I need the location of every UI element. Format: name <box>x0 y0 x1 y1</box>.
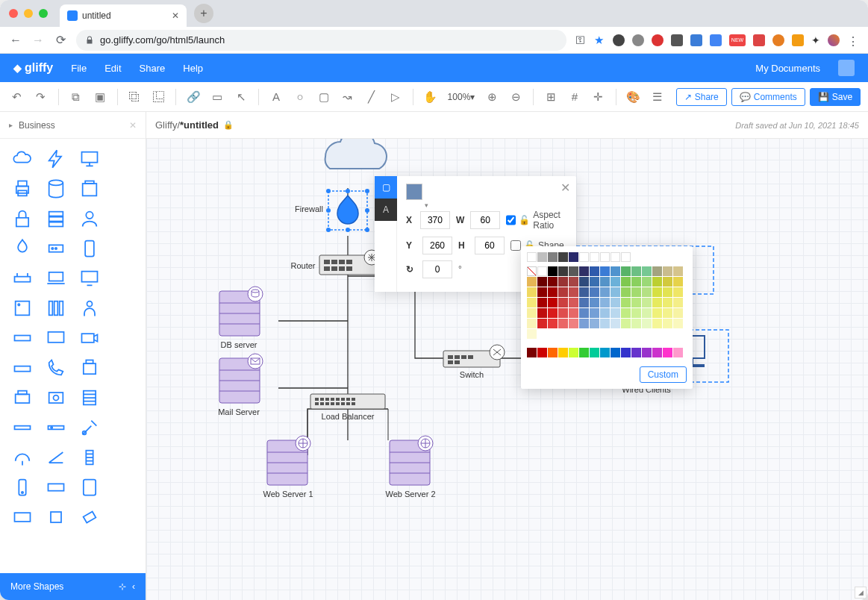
profile-avatar[interactable] <box>828 34 840 46</box>
hdd-shape[interactable] <box>40 384 72 412</box>
lightning-shape[interactable] <box>40 145 72 173</box>
rect-tool[interactable]: ▢ <box>314 87 334 107</box>
database-shape[interactable] <box>40 175 72 203</box>
color-swatch[interactable] <box>652 319 662 328</box>
router-node[interactable]: Router <box>290 250 379 275</box>
color-swatch[interactable] <box>558 298 568 307</box>
color-swatch[interactable] <box>527 329 537 339</box>
web-server-1-node[interactable]: Web Server 1 <box>263 409 313 499</box>
color-swatch[interactable] <box>527 252 537 262</box>
color-swatch[interactable] <box>558 277 568 287</box>
paste-button[interactable]: ▣ <box>90 87 110 107</box>
color-swatch[interactable] <box>611 252 620 262</box>
color-swatch[interactable] <box>673 348 683 357</box>
ext-icon[interactable] <box>753 34 765 46</box>
copy-button[interactable]: ⧉ <box>66 87 86 107</box>
color-swatch[interactable] <box>558 287 568 297</box>
ext-icon[interactable] <box>792 34 804 46</box>
satellite-shape[interactable] <box>74 413 106 442</box>
color-swatch[interactable] <box>537 266 547 276</box>
color-swatch[interactable] <box>663 266 672 276</box>
switch-node[interactable]: Switch <box>443 345 505 379</box>
storage-shape[interactable] <box>6 294 38 322</box>
color-swatch[interactable] <box>579 319 589 328</box>
color-swatch[interactable] <box>621 319 631 328</box>
custom-color-button[interactable]: Custom <box>640 366 687 383</box>
color-swatch[interactable] <box>537 319 547 328</box>
color-swatch[interactable] <box>600 348 610 357</box>
server-shape[interactable] <box>40 204 72 233</box>
x-input[interactable] <box>420 211 450 229</box>
color-swatch[interactable] <box>611 277 620 287</box>
ext-icon[interactable] <box>632 34 644 46</box>
keyboard-shape[interactable] <box>40 473 72 501</box>
back-button[interactable]: ← <box>9 34 22 47</box>
deskphone-shape[interactable] <box>74 354 106 382</box>
snap-grid[interactable]: ⊞ <box>541 87 561 107</box>
cloud-shape[interactable] <box>6 145 38 173</box>
color-swatch[interactable] <box>527 277 537 287</box>
color-swatch[interactable] <box>579 266 589 276</box>
note-button[interactable]: ▭ <box>207 87 227 107</box>
close-icon[interactable]: ✕ <box>129 120 137 131</box>
color-swatch[interactable] <box>548 319 558 328</box>
color-swatch[interactable] <box>631 287 641 297</box>
color-swatch[interactable] <box>663 298 672 307</box>
card-shape[interactable] <box>6 503 38 531</box>
rack-shape[interactable] <box>40 234 72 263</box>
color-swatch[interactable] <box>579 298 589 307</box>
color-swatch[interactable] <box>642 348 652 357</box>
color-swatch[interactable] <box>621 252 631 262</box>
color-swatch[interactable] <box>600 252 610 262</box>
color-swatch[interactable] <box>631 277 641 287</box>
ellipse-tool[interactable]: ○ <box>290 87 310 107</box>
color-swatch[interactable] <box>590 252 599 262</box>
color-swatch[interactable] <box>642 287 652 297</box>
color-swatch[interactable] <box>631 348 641 357</box>
color-swatch[interactable] <box>537 252 547 262</box>
router-shape[interactable] <box>6 264 38 293</box>
color-swatch[interactable] <box>527 308 537 318</box>
person-shape[interactable] <box>74 294 106 322</box>
color-swatch[interactable] <box>631 308 641 318</box>
my-documents-link[interactable]: My Documents <box>755 63 820 74</box>
layers-button[interactable]: ☰ <box>648 87 667 107</box>
color-swatch[interactable] <box>652 266 662 276</box>
dish-shape[interactable] <box>6 443 38 472</box>
redo-button[interactable]: ↷ <box>31 87 51 107</box>
scroll-corner[interactable]: ◢ <box>855 587 867 599</box>
camera-shape[interactable] <box>74 324 106 352</box>
grid-toggle[interactable]: # <box>565 87 584 107</box>
color-swatch[interactable] <box>631 298 641 307</box>
usb-shape[interactable] <box>74 503 106 531</box>
color-swatch[interactable] <box>652 308 662 318</box>
popup-button[interactable]: ↖ <box>231 87 251 107</box>
color-swatch[interactable] <box>600 266 610 276</box>
guides[interactable]: ✛ <box>589 87 608 107</box>
color-swatch[interactable] <box>621 298 631 307</box>
color-swatch[interactable] <box>600 287 610 297</box>
menu-share[interactable]: Share <box>140 63 166 74</box>
printer2-shape[interactable] <box>6 384 38 412</box>
ext-icon[interactable] <box>652 34 664 46</box>
ext-icon[interactable] <box>690 34 702 46</box>
browser-tab[interactable]: untitled ✕ <box>60 4 187 27</box>
color-swatch[interactable] <box>527 287 537 297</box>
shape-checkbox[interactable] <box>511 240 521 251</box>
color-swatch[interactable] <box>663 308 672 318</box>
db-server-node[interactable]: DB server <box>219 287 263 349</box>
minimize-window[interactable] <box>24 9 33 18</box>
color-swatch[interactable] <box>558 348 568 357</box>
web-server-2-node[interactable]: Web Server 2 <box>385 409 435 499</box>
rotation-input[interactable] <box>422 260 452 278</box>
color-swatch[interactable] <box>673 287 683 297</box>
firewall-shape[interactable] <box>6 234 38 263</box>
zoom-in[interactable]: ⊕ <box>482 87 502 107</box>
new-tab-button[interactable]: + <box>194 4 213 23</box>
canvas[interactable]: Firewall Router Wifi Router <box>146 112 868 600</box>
text-tab[interactable]: A <box>375 199 397 221</box>
color-swatch[interactable] <box>590 308 599 318</box>
tower-shape[interactable] <box>74 443 106 472</box>
color-swatch[interactable] <box>569 348 578 357</box>
color-swatch[interactable] <box>600 277 610 287</box>
